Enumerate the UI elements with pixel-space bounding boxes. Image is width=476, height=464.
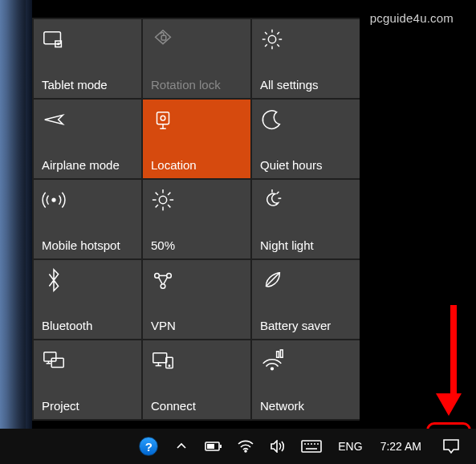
night-light-icon (260, 188, 284, 212)
wifi-icon (238, 440, 254, 453)
svg-point-44 (271, 368, 274, 370)
location-icon (151, 108, 175, 132)
project-icon (42, 348, 66, 372)
tile-bluetooth[interactable]: Bluetooth (34, 260, 141, 339)
chevron-up-icon (176, 441, 187, 452)
speaker-icon (270, 440, 286, 453)
desktop-background-sliver (0, 0, 32, 464)
tile-label: Airplane mode (42, 158, 136, 172)
tile-label: Night light (260, 238, 355, 252)
tile-label: Location (151, 158, 246, 172)
svg-point-13 (161, 116, 165, 120)
tile-label: Mobile hotspot (42, 238, 136, 252)
tile-label: 50% (151, 238, 246, 252)
clock[interactable]: 7:22 AM (379, 429, 423, 464)
action-center-button[interactable] (437, 433, 465, 460)
screenshot-root: pcguide4u.com Tablet mode Rotation lock (0, 0, 476, 464)
hotspot-icon (42, 188, 66, 212)
svg-rect-48 (220, 445, 222, 448)
bluetooth-icon (42, 268, 66, 292)
tray-chevron-up[interactable] (173, 429, 190, 464)
keyboard-icon (301, 440, 322, 453)
svg-line-28 (277, 192, 279, 194)
svg-line-24 (168, 193, 170, 195)
action-center-icon (442, 438, 460, 455)
watermark-text: pcguide4u.com (370, 11, 454, 25)
svg-line-33 (164, 277, 168, 283)
tile-label: Project (42, 399, 136, 413)
svg-rect-35 (44, 352, 56, 361)
tile-label: VPN (151, 319, 246, 332)
network-icon (260, 348, 284, 372)
tile-connect[interactable]: Connect (143, 340, 250, 419)
svg-line-11 (265, 44, 267, 47)
help-button[interactable]: ? (139, 429, 158, 464)
tile-location[interactable]: Location (143, 100, 250, 178)
language-indicator[interactable]: ENG (336, 429, 364, 464)
svg-line-23 (168, 205, 170, 207)
tile-quiet-hours[interactable]: Quiet hours (252, 100, 360, 178)
tile-label: Quiet hours (260, 158, 355, 172)
sun-icon (151, 188, 175, 212)
tile-airplane-mode[interactable]: Airplane mode (34, 100, 141, 178)
help-icon: ? (139, 437, 158, 456)
svg-point-50 (245, 450, 246, 452)
leaf-icon (260, 268, 284, 292)
tile-network[interactable]: Network (252, 340, 360, 419)
tile-project[interactable]: Project (34, 340, 141, 419)
wifi-tray[interactable] (237, 429, 254, 464)
taskbar: ? ENG 7:22 AM (0, 429, 476, 464)
svg-rect-46 (280, 350, 283, 357)
svg-line-9 (277, 44, 279, 47)
svg-rect-51 (302, 441, 321, 452)
rotation-lock-icon (151, 27, 175, 51)
tile-mobile-hotspot[interactable]: Mobile hotspot (34, 180, 141, 258)
tile-night-light[interactable]: Night light (252, 180, 360, 258)
svg-rect-39 (153, 353, 167, 363)
svg-point-3 (268, 35, 275, 43)
tile-label: Rotation lock (151, 78, 246, 92)
svg-rect-45 (277, 352, 279, 358)
tile-label: Network (260, 399, 355, 413)
volume-tray[interactable] (269, 429, 287, 464)
airplane-icon (42, 108, 66, 132)
annotation-arrow (445, 305, 462, 416)
gear-icon (260, 27, 284, 51)
tile-all-settings[interactable]: All settings (252, 19, 360, 98)
tile-battery-saver[interactable]: Battery saver (252, 260, 360, 339)
battery-icon (205, 441, 222, 452)
svg-point-16 (52, 198, 55, 201)
tile-rotation-lock[interactable]: Rotation lock (143, 19, 250, 98)
tablet-mode-icon (42, 27, 66, 51)
svg-point-43 (169, 365, 170, 367)
tile-label: Connect (151, 399, 246, 413)
moon-icon (260, 108, 284, 132)
tile-label: Battery saver (260, 319, 355, 332)
tile-brightness[interactable]: 50% (143, 180, 250, 258)
svg-rect-0 (44, 32, 61, 44)
svg-line-32 (158, 277, 162, 283)
svg-rect-36 (51, 358, 63, 367)
svg-line-10 (277, 32, 279, 35)
action-center-quick-actions: Tablet mode Rotation lock All settings (32, 18, 360, 421)
svg-line-8 (265, 32, 267, 35)
svg-rect-2 (161, 35, 166, 40)
svg-rect-12 (157, 112, 169, 124)
svg-line-25 (156, 205, 158, 207)
tile-label: All settings (260, 78, 355, 92)
svg-point-31 (161, 284, 165, 289)
tile-label: Bluetooth (42, 319, 136, 332)
connect-icon (151, 348, 175, 372)
input-keyboard-tray[interactable] (301, 429, 322, 464)
vpn-icon (151, 268, 175, 292)
tile-label: Tablet mode (42, 78, 136, 92)
quick-action-grid: Tablet mode Rotation lock All settings (32, 18, 360, 421)
svg-line-22 (156, 193, 158, 195)
svg-rect-49 (207, 444, 214, 449)
svg-point-1 (58, 43, 59, 45)
tile-vpn[interactable]: VPN (143, 260, 250, 339)
battery-tray[interactable] (205, 429, 222, 464)
svg-point-17 (159, 196, 166, 203)
tile-tablet-mode[interactable]: Tablet mode (34, 19, 141, 98)
